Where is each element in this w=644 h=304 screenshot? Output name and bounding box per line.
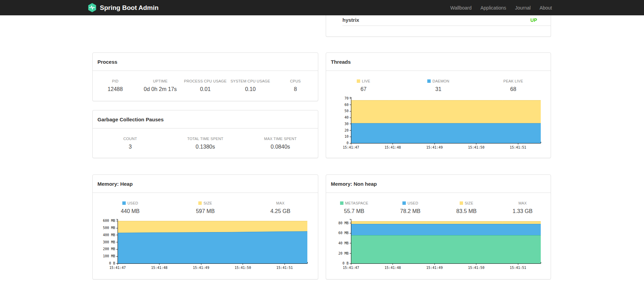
metric-value: 597 MB (168, 208, 243, 214)
svg-text:20 MB: 20 MB (338, 252, 349, 255)
svg-text:15:41:47: 15:41:47 (343, 266, 359, 270)
main-content: Process PID 12488 UPTIME 0d 0h 2m 17s PR… (92, 15, 552, 279)
svg-text:15:41:47: 15:41:47 (343, 146, 359, 149)
status-badge: UP (531, 17, 537, 23)
metric-nonheap-used: USED 78.2 MB (382, 201, 439, 214)
metric-label: USED (127, 201, 138, 205)
svg-text:500 MB: 500 MB (103, 226, 115, 230)
svg-text:15:41:51: 15:41:51 (510, 266, 526, 270)
metric-label: METASPACE (345, 201, 368, 205)
metric-label: DAEMON (432, 79, 449, 83)
metric-value: 0.10 (228, 86, 273, 92)
metric-value: 0.0840s (243, 144, 318, 150)
used-legend-swatch (402, 201, 406, 205)
spring-boot-admin-logo-icon (88, 3, 97, 13)
svg-text:50: 50 (344, 109, 349, 113)
metric-value: 83.5 MB (439, 208, 495, 214)
right-column: hystrix UP Threads LIVE 67 DAEMON 31 (326, 15, 551, 279)
metric-threads-live: LIVE 67 (326, 79, 401, 92)
svg-text:15:41:48: 15:41:48 (384, 146, 401, 149)
metric-label: TOTAL TIME SPENT (168, 137, 243, 141)
nav-item-journal[interactable]: Journal (510, 5, 535, 11)
heap-memory-chart: 0 B100 MB200 MB300 MB400 MB500 MB600 MB1… (93, 214, 318, 274)
svg-text:15:41:49: 15:41:49 (193, 266, 209, 270)
svg-text:60 MB: 60 MB (338, 231, 349, 235)
svg-text:0 B: 0 B (342, 261, 349, 265)
metric-nonheap-size: SIZE 83.5 MB (439, 201, 495, 214)
metric-label: UPTIME (138, 79, 183, 83)
metaspace-legend-swatch (340, 201, 343, 205)
svg-text:0 B: 0 B (109, 261, 115, 265)
metric-gc-count: COUNT 3 (93, 137, 168, 150)
threads-panel: Threads LIVE 67 DAEMON 31 PEAK LIVE (326, 52, 551, 158)
metric-value: 78.2 MB (382, 208, 439, 214)
metric-label: USED (408, 201, 418, 205)
svg-text:300 MB: 300 MB (103, 240, 115, 244)
metric-value: 31 (401, 86, 476, 92)
metric-heap-used: USED 440 MB (93, 201, 168, 214)
svg-text:80 MB: 80 MB (338, 221, 349, 225)
size-legend-swatch (460, 201, 463, 205)
metric-system-cpu-usage: SYSTEM CPU USAGE 0.10 (228, 79, 273, 92)
svg-text:40 MB: 40 MB (338, 241, 349, 245)
left-column: Process PID 12488 UPTIME 0d 0h 2m 17s PR… (92, 15, 318, 279)
brand-link[interactable]: Spring Boot Admin (88, 3, 158, 13)
nonheap-memory-chart: 0 B20 MB40 MB60 MB80 MB15:41:4715:41:481… (326, 214, 551, 274)
svg-text:15:41:51: 15:41:51 (276, 266, 293, 270)
metric-value: 8 (273, 86, 318, 92)
heap-legend: USED 440 MB SIZE 597 MB MAX 4.25 GB (93, 193, 318, 214)
metric-label: PID (93, 79, 138, 83)
process-metrics: PID 12488 UPTIME 0d 0h 2m 17s PROCESS CP… (93, 71, 318, 92)
metric-heap-max: MAX 4.25 GB (243, 201, 318, 214)
daemon-legend-swatch (427, 79, 431, 83)
metric-value: 67 (326, 86, 401, 92)
application-status-panel: hystrix UP (326, 15, 551, 37)
process-panel: Process PID 12488 UPTIME 0d 0h 2m 17s PR… (92, 52, 318, 101)
metric-value: 0.1380s (168, 144, 243, 150)
metric-gc-max-time: MAX TIME SPENT 0.0840s (243, 137, 318, 150)
metric-value: 3 (93, 144, 168, 150)
metric-label: PROCESS CPU USAGE (183, 79, 228, 83)
metric-cpus: CPUS 8 (273, 79, 318, 92)
metric-label: SIZE (203, 201, 212, 205)
metric-gc-total-time: TOTAL TIME SPENT 0.1380s (168, 137, 243, 150)
svg-text:15:41:50: 15:41:50 (468, 146, 485, 149)
memory-heap-panel: Memory: Heap USED 440 MB SIZE 597 MB (92, 174, 318, 279)
svg-text:600 MB: 600 MB (103, 219, 115, 223)
metric-process-cpu-usage: PROCESS CPU USAGE 0.01 (183, 79, 228, 92)
svg-text:15:41:48: 15:41:48 (384, 266, 401, 270)
metric-value: 0d 0h 2m 17s (138, 86, 183, 92)
svg-text:100 MB: 100 MB (103, 254, 115, 258)
metric-label: LIVE (362, 79, 370, 83)
metric-pid: PID 12488 (93, 79, 138, 92)
threads-panel-title: Threads (326, 53, 551, 71)
svg-text:20: 20 (344, 128, 349, 132)
metric-value: 0.01 (183, 86, 228, 92)
svg-text:200 MB: 200 MB (103, 247, 115, 251)
nav-item-about[interactable]: About (535, 5, 556, 11)
svg-text:70: 70 (344, 96, 349, 100)
application-row[interactable]: hystrix UP (342, 15, 551, 26)
nav-item-wallboard[interactable]: Wallboard (446, 5, 476, 11)
svg-text:400 MB: 400 MB (103, 233, 115, 237)
metric-value: 12488 (93, 86, 138, 92)
svg-text:15:41:51: 15:41:51 (510, 146, 526, 149)
svg-text:30: 30 (344, 122, 349, 126)
metric-label: MAX (276, 201, 285, 205)
size-legend-swatch (198, 201, 202, 205)
metric-label: PEAK LIVE (503, 79, 523, 83)
used-legend-swatch (122, 201, 126, 205)
svg-text:15:41:48: 15:41:48 (151, 266, 167, 270)
metric-label: SIZE (465, 201, 473, 205)
svg-text:15:41:49: 15:41:49 (426, 146, 443, 149)
nav-menu: Wallboard Applications Journal About (446, 5, 556, 11)
metric-uptime: UPTIME 0d 0h 2m 17s (138, 79, 183, 92)
metric-label: CPUS (273, 79, 318, 83)
live-legend-swatch (357, 79, 360, 83)
nav-item-applications[interactable]: Applications (476, 5, 511, 11)
metric-heap-size: SIZE 597 MB (168, 201, 243, 214)
threads-legend: LIVE 67 DAEMON 31 PEAK LIVE 68 (326, 71, 551, 92)
application-name[interactable]: hystrix (342, 17, 359, 23)
gc-panel-title: Garbage Collection Pauses (93, 110, 318, 128)
metric-value: 1.33 GB (494, 208, 551, 214)
